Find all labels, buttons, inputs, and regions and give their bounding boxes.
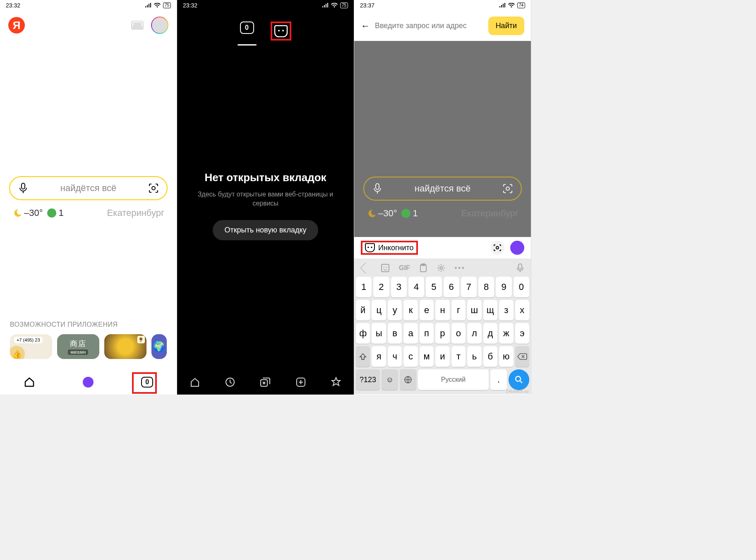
key-п[interactable]: п — [420, 323, 434, 344]
shift-key[interactable] — [356, 346, 370, 367]
find-button[interactable]: Найти — [488, 17, 524, 35]
dimmed-background: найдётся всё –30° 1 Екатеринбург — [354, 41, 531, 237]
key-и[interactable]: и — [435, 346, 449, 367]
incognito-icon — [365, 243, 375, 252]
address-input[interactable] — [375, 22, 483, 30]
key-ш[interactable]: ш — [467, 300, 481, 321]
key-ы[interactable]: ы — [372, 323, 386, 344]
key-д[interactable]: д — [483, 323, 497, 344]
key-в[interactable]: в — [388, 323, 402, 344]
key-н[interactable]: н — [435, 300, 449, 321]
highlight-box — [271, 22, 291, 41]
key-ф[interactable]: ф — [356, 323, 370, 344]
card-globe[interactable]: 🌍 — [151, 334, 167, 359]
app-cards-row[interactable]: +7 (495) 23 👍 商店 магазин 🌻 🌍 — [0, 328, 177, 365]
card-images[interactable]: 🌻 — [104, 334, 146, 359]
key-о[interactable]: о — [451, 323, 466, 344]
home-icon[interactable] — [189, 376, 201, 388]
card-translate[interactable]: 商店 магазин — [57, 334, 99, 359]
signal-icon — [499, 3, 506, 8]
search-placeholder: найдётся всё — [383, 183, 502, 194]
key-1[interactable]: 1 — [356, 277, 372, 297]
keyboard-row-3: фывапролджэ — [356, 323, 529, 344]
status-bar: 23:37 74 — [354, 0, 531, 11]
key-е[interactable]: е — [420, 300, 434, 321]
symbols-key[interactable]: ?123 — [356, 369, 380, 390]
emoji-key[interactable]: ☺ — [382, 369, 398, 390]
more-icon[interactable]: ••• — [455, 264, 466, 272]
key-ч[interactable]: ч — [388, 346, 402, 367]
microphone-icon[interactable] — [17, 182, 29, 194]
svg-point-11 — [496, 246, 499, 249]
phone-2-tabs-dark: 23:32 75 0 Нет открытых вкладок Здесь бу… — [177, 0, 354, 395]
search-bar[interactable]: найдётся всё — [9, 176, 168, 200]
bottom-nav — [177, 370, 354, 395]
clipboard-icon[interactable] — [419, 263, 427, 273]
key-с[interactable]: с — [403, 346, 418, 367]
key-х[interactable]: х — [515, 300, 529, 321]
close-all-icon[interactable] — [259, 376, 271, 388]
yandex-logo-icon[interactable]: Я — [8, 17, 25, 34]
camera-lens-icon[interactable] — [148, 182, 159, 194]
key-у[interactable]: у — [388, 300, 402, 321]
incognito-chip[interactable]: Инкогнито — [365, 243, 414, 252]
search-key[interactable] — [509, 369, 529, 390]
alisa-icon[interactable] — [81, 375, 95, 389]
alisa-icon[interactable] — [510, 241, 524, 255]
key-7[interactable]: 7 — [461, 277, 477, 297]
key-з[interactable]: з — [499, 300, 513, 321]
incognito-tabs-button[interactable] — [274, 25, 288, 37]
key-9[interactable]: 9 — [496, 277, 511, 297]
key-б[interactable]: б — [483, 346, 497, 367]
mail-icon[interactable] — [131, 21, 144, 30]
new-tab-icon[interactable] — [295, 376, 307, 388]
key-ю[interactable]: ю — [499, 346, 513, 367]
avatar[interactable] — [151, 17, 168, 34]
history-icon[interactable] — [224, 376, 236, 388]
key-щ[interactable]: щ — [483, 300, 497, 321]
weather-bar[interactable]: –30° 1 Екатеринбург — [0, 200, 177, 226]
key-й[interactable]: й — [356, 300, 370, 321]
sticker-icon[interactable] — [381, 263, 390, 273]
key-5[interactable]: 5 — [426, 277, 442, 297]
card-tag: магазин — [68, 349, 88, 355]
key-я[interactable]: я — [372, 346, 386, 367]
back-arrow-icon[interactable]: ← — [361, 21, 370, 31]
key-ж[interactable]: ж — [499, 323, 513, 344]
gif-button[interactable]: GIF — [399, 264, 410, 272]
key-2[interactable]: 2 — [373, 277, 389, 297]
key-8[interactable]: 8 — [478, 277, 494, 297]
key-л[interactable]: л — [467, 323, 481, 344]
phone-1-yandex-home: 23:32 75 Я найдётся всё –30° — [0, 0, 177, 395]
key-4[interactable]: 4 — [408, 277, 424, 297]
key-ц[interactable]: ц — [372, 300, 386, 321]
open-new-tab-button[interactable]: Открыть новую вкладку — [213, 220, 318, 240]
language-key[interactable] — [400, 369, 416, 390]
battery-icon: 75 — [163, 2, 171, 8]
camera-icon[interactable] — [490, 241, 504, 255]
star-icon[interactable] — [330, 376, 342, 388]
backspace-key[interactable] — [515, 346, 529, 367]
key-к[interactable]: к — [403, 300, 418, 321]
key-р[interactable]: р — [435, 323, 449, 344]
key-т[interactable]: т — [451, 346, 466, 367]
key-6[interactable]: 6 — [444, 277, 459, 297]
key-0[interactable]: 0 — [514, 277, 529, 297]
signal-icon — [322, 3, 329, 8]
normal-tabs-button[interactable]: 0 — [240, 22, 254, 41]
card-caller[interactable]: +7 (495) 23 👍 — [10, 334, 52, 359]
key-э[interactable]: э — [515, 323, 529, 344]
dot-key[interactable]: . — [490, 369, 507, 390]
key-а[interactable]: а — [403, 323, 418, 344]
voice-input-icon[interactable] — [517, 263, 523, 273]
key-м[interactable]: м — [420, 346, 434, 367]
space-key[interactable]: Русский — [418, 369, 489, 390]
key-ь[interactable]: ь — [467, 346, 481, 367]
status-time: 23:32 — [6, 2, 20, 9]
gear-icon[interactable] — [437, 263, 446, 273]
chevron-left-icon[interactable] — [360, 262, 372, 274]
svg-point-2 — [278, 30, 280, 31]
key-г[interactable]: г — [451, 300, 466, 321]
key-3[interactable]: 3 — [391, 277, 407, 297]
home-icon[interactable] — [22, 375, 36, 389]
